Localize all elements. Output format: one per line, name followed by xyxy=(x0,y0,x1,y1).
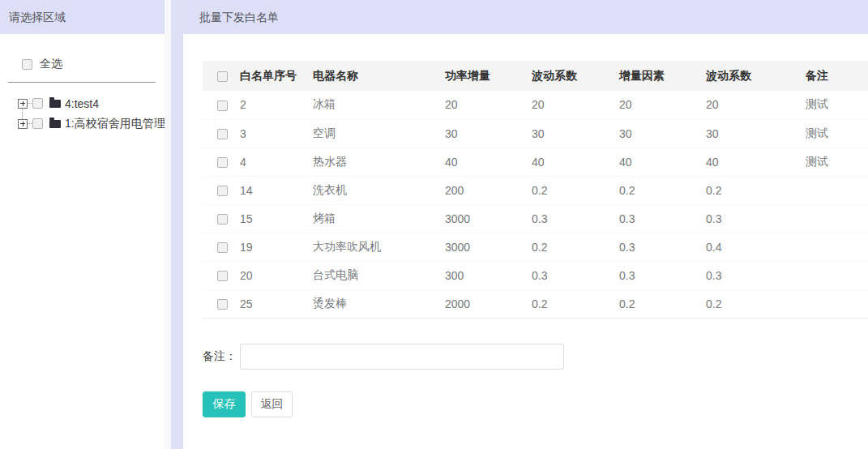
row-checkbox[interactable] xyxy=(217,242,228,253)
table-row: 2冰箱20202020测试 xyxy=(203,91,868,119)
table-cell: 30 xyxy=(445,119,532,148)
sidebar-title: 请选择区域 xyxy=(0,0,165,34)
main-body: 白名单序号电器名称功率增量波动系数增量因素波动系数备注 2冰箱20202020测… xyxy=(183,34,868,449)
tree-node-checkbox[interactable] xyxy=(32,118,43,129)
table-row: 3空调30303030测试 xyxy=(203,119,868,148)
table-cell: 0.3 xyxy=(532,204,619,233)
table-cell: 0.3 xyxy=(619,204,706,233)
row-checkbox[interactable] xyxy=(217,157,228,168)
sidebar-edge-strip xyxy=(165,0,171,449)
save-button[interactable]: 保存 xyxy=(203,391,246,417)
table-cell: 测试 xyxy=(806,91,868,119)
remark-input[interactable] xyxy=(240,344,564,370)
table-cell: 洗衣机 xyxy=(313,176,445,204)
table-cell: 烤箱 xyxy=(313,204,445,233)
action-buttons: 保存 返回 xyxy=(203,391,868,417)
row-checkbox[interactable] xyxy=(217,100,228,111)
table-cell: 0.2 xyxy=(619,289,706,318)
table-cell: 烫发棒 xyxy=(313,289,445,318)
table-cell: 0.3 xyxy=(619,233,706,261)
column-header: 白名单序号 xyxy=(240,61,313,91)
table-cell: 3000 xyxy=(445,233,532,261)
tree-node: 1:高校宿舍用电管理 xyxy=(0,113,165,134)
table-cell: 200 xyxy=(445,176,532,204)
table-cell: 0.2 xyxy=(532,289,619,318)
sidebar-body: 全选 4:test4 1:高校宿舍用电管理 xyxy=(0,34,165,449)
table-cell xyxy=(806,289,868,318)
expand-plus-icon[interactable] xyxy=(18,99,28,109)
table-cell: 0.3 xyxy=(706,261,806,289)
table-cell: 20 xyxy=(532,91,619,119)
table-header-row: 白名单序号电器名称功率增量波动系数增量因素波动系数备注 xyxy=(203,61,868,91)
row-checkbox[interactable] xyxy=(217,186,228,196)
select-all-label: 全选 xyxy=(40,57,62,71)
table-cell: 4 xyxy=(240,148,313,176)
remark-row: 备注： xyxy=(203,344,868,370)
table-cell: 3000 xyxy=(445,204,532,233)
table-cell: 0.2 xyxy=(619,176,706,204)
tree-dotted-connector xyxy=(28,103,32,104)
whitelist-table: 白名单序号电器名称功率增量波动系数增量因素波动系数备注 2冰箱20202020测… xyxy=(203,61,868,319)
table-row: 14洗衣机2000.20.20.2 xyxy=(203,176,868,204)
app-root: 请选择区域 全选 4:test4 xyxy=(0,0,868,449)
table-row: 25烫发棒20000.20.20.2 xyxy=(203,289,868,318)
whitelist-panel: 批量下发白名单 白名单序号电器名称功率增量波动系数增量因素波动系数备注 2冰箱2… xyxy=(183,0,868,449)
select-all-checkbox[interactable] xyxy=(22,59,32,70)
folder-icon xyxy=(49,100,61,108)
remark-label: 备注： xyxy=(203,349,237,364)
whitelist-table-head: 白名单序号电器名称功率增量波动系数增量因素波动系数备注 xyxy=(203,61,868,91)
table-cell xyxy=(806,233,868,261)
table-cell: 20 xyxy=(706,91,806,119)
tree-node: 4:test4 xyxy=(0,93,165,113)
table-cell: 25 xyxy=(240,289,313,318)
panel-gutter xyxy=(171,0,183,449)
table-cell: 0.2 xyxy=(706,289,806,318)
table-cell: 0.4 xyxy=(706,233,806,261)
row-checkbox[interactable] xyxy=(217,299,228,310)
column-header: 备注 xyxy=(806,61,868,91)
table-cell xyxy=(806,176,868,204)
column-header: 电器名称 xyxy=(313,61,445,91)
table-cell: 热水器 xyxy=(313,148,445,176)
tree-dotted-connector xyxy=(28,123,32,124)
table-cell xyxy=(806,204,868,233)
table-row: 20台式电脑3000.30.30.3 xyxy=(203,261,868,289)
row-checkbox[interactable] xyxy=(217,271,228,281)
table-cell: 40 xyxy=(706,148,806,176)
table-cell: 大功率吹风机 xyxy=(313,233,445,261)
table-cell: 空调 xyxy=(313,119,445,148)
row-checkbox[interactable] xyxy=(217,214,228,224)
table-cell: 30 xyxy=(619,119,706,148)
table-cell: 0.3 xyxy=(532,261,619,289)
tree-node-label[interactable]: 1:高校宿舍用电管理 xyxy=(65,117,165,131)
whitelist-table-body: 2冰箱20202020测试3空调30303030测试4热水器40404040测试… xyxy=(203,91,868,318)
folder-icon xyxy=(49,120,61,128)
table-cell: 台式电脑 xyxy=(313,261,445,289)
table-cell: 测试 xyxy=(806,148,868,176)
table-cell: 3 xyxy=(240,119,313,148)
column-header: 波动系数 xyxy=(532,61,619,91)
table-cell: 300 xyxy=(445,261,532,289)
table-cell: 30 xyxy=(706,119,806,148)
table-cell: 15 xyxy=(240,204,313,233)
table-row: 19大功率吹风机30000.20.30.4 xyxy=(203,233,868,261)
table-cell: 2 xyxy=(240,91,313,119)
sidebar-divider xyxy=(8,82,156,83)
table-cell: 20 xyxy=(619,91,706,119)
region-tree: 4:test4 1:高校宿舍用电管理 xyxy=(0,93,165,134)
tree-connector-line xyxy=(22,109,23,119)
table-cell: 40 xyxy=(532,148,619,176)
table-row: 15烤箱30000.30.30.3 xyxy=(203,204,868,233)
tree-node-label[interactable]: 4:test4 xyxy=(65,97,99,110)
row-checkbox[interactable] xyxy=(217,129,228,139)
table-cell: 20 xyxy=(240,261,313,289)
header-checkbox[interactable] xyxy=(217,71,228,82)
back-button[interactable]: 返回 xyxy=(251,391,293,417)
expand-plus-icon[interactable] xyxy=(18,119,28,129)
table-cell: 0.2 xyxy=(532,176,619,204)
table-cell: 0.2 xyxy=(532,233,619,261)
table-cell: 0.3 xyxy=(619,261,706,289)
region-sidebar: 请选择区域 全选 4:test4 xyxy=(0,0,165,449)
column-header: 增量因素 xyxy=(619,61,706,91)
tree-node-checkbox[interactable] xyxy=(32,98,43,109)
